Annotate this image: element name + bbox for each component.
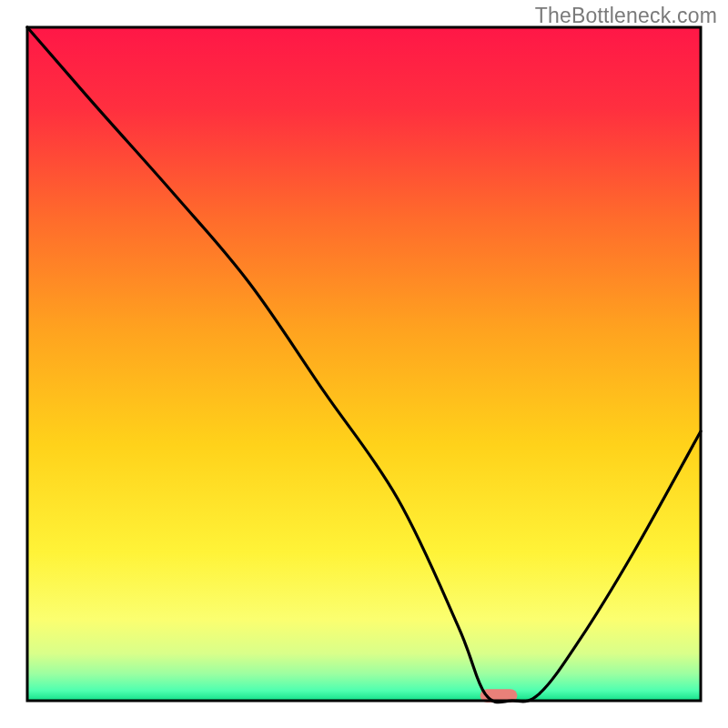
plot-background bbox=[27, 27, 701, 701]
chart-container: TheBottleneck.com bbox=[0, 0, 728, 728]
watermark-text: TheBottleneck.com bbox=[535, 4, 717, 28]
chart-svg bbox=[0, 0, 728, 728]
